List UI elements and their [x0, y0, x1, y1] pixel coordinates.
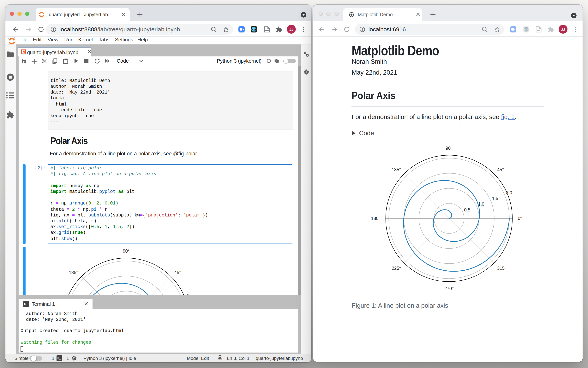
svg-text:90°: 90° [123, 248, 130, 254]
svg-text:JJ: JJ [289, 27, 293, 31]
svg-text:90°: 90° [446, 146, 453, 151]
svg-text:180°: 180° [371, 216, 380, 221]
svg-text:45°: 45° [497, 167, 504, 172]
svg-text:1.0: 1.0 [478, 202, 484, 207]
svg-text:135°: 135° [392, 167, 401, 172]
svg-text:135°: 135° [69, 270, 78, 275]
svg-text:315°: 315° [497, 266, 507, 271]
svg-text:0.5: 0.5 [464, 208, 470, 213]
svg-text:45°: 45° [174, 270, 181, 275]
svg-text:225°: 225° [392, 266, 401, 271]
svg-text:JJ: JJ [561, 27, 565, 31]
svg-text:1.5: 1.5 [492, 196, 498, 201]
svg-text:270°: 270° [444, 286, 454, 291]
svg-text:0°: 0° [518, 216, 522, 221]
